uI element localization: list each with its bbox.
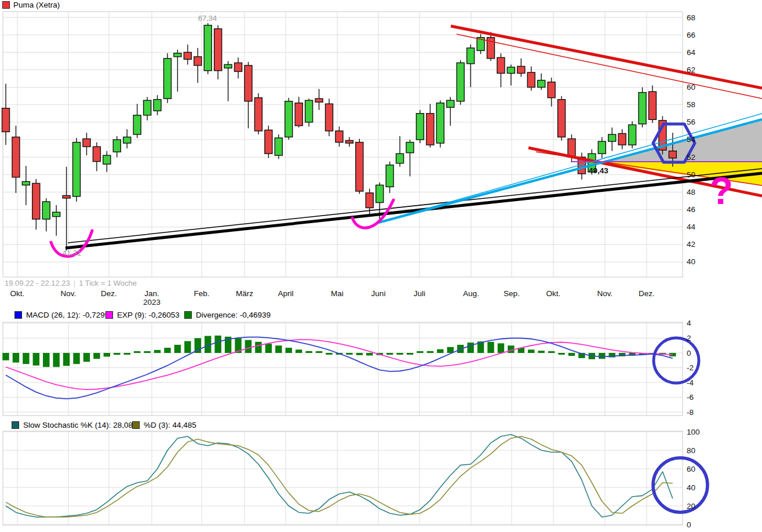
candle	[214, 29, 222, 71]
divergence-bar	[255, 342, 261, 353]
candle	[32, 183, 40, 219]
candle	[224, 64, 232, 68]
divergence-bar	[437, 349, 443, 353]
candle	[133, 115, 141, 134]
candle	[558, 100, 566, 137]
divergence-bar	[548, 351, 555, 353]
candle	[254, 98, 262, 131]
divergence-bar	[427, 351, 433, 353]
y-axis-label: 56	[687, 118, 695, 126]
candle	[235, 63, 242, 71]
candle	[639, 93, 646, 124]
month-label: Dez.	[101, 289, 117, 298]
candle	[83, 139, 90, 147]
macd-panel: -8-6-4-2024	[2, 319, 699, 416]
divergence-bar	[53, 353, 59, 367]
candle	[436, 103, 444, 143]
candle	[527, 72, 535, 88]
divergence-bar	[558, 353, 564, 355]
divergence-bar	[134, 351, 140, 353]
divergence-bar	[346, 353, 352, 355]
candle	[174, 53, 181, 57]
divergence-bar	[366, 353, 373, 355]
y-axis-label: 68	[687, 13, 695, 22]
candle	[245, 65, 252, 101]
question-mark: ?	[710, 169, 733, 212]
month-label: Okt.	[546, 289, 561, 298]
month-label: Aug.	[463, 289, 479, 298]
y-axis-label: -4	[687, 378, 694, 387]
y-axis-label: 48	[687, 188, 695, 196]
macd-legend-item: MACD (26, 12): -0,72992	[14, 311, 114, 319]
divergence-bar	[387, 353, 393, 355]
candles	[2, 23, 677, 250]
footer-info: 19.09.22 - 22.12.23|1 Tick = 1 Woche	[5, 279, 137, 287]
y-axis-label: 20	[687, 502, 695, 511]
y-axis-label: 60	[687, 83, 695, 92]
divergence-bar	[73, 353, 79, 364]
stoch-k-swatch-icon	[12, 421, 19, 429]
candle	[386, 165, 393, 187]
stoch-d-swatch-icon	[132, 421, 140, 429]
y-axis-label: 60	[687, 465, 695, 473]
y-axis-label: 54	[687, 135, 696, 144]
y-axis-label: -8	[687, 408, 694, 417]
candle	[154, 100, 161, 111]
candle	[194, 57, 202, 65]
candle	[53, 212, 60, 217]
divergence-bar	[2, 353, 9, 360]
year-label: 2023	[143, 298, 161, 307]
chart-header: Puma (Xetra)	[2, 1, 60, 9]
divergence-bar	[214, 336, 221, 353]
candle	[629, 125, 636, 145]
stoch-d-legend-label: %D (3): 44,485	[144, 421, 196, 429]
candle	[144, 100, 151, 115]
candle	[426, 114, 434, 145]
month-label: März	[236, 289, 253, 298]
divergence-legend-label: Divergence: -0,46939	[196, 311, 271, 319]
divergence-bar	[114, 353, 120, 355]
y-axis-label: 66	[687, 31, 695, 39]
candle	[345, 141, 353, 144]
candle	[336, 131, 343, 143]
divergence-bar	[417, 351, 423, 353]
support-label: 49,43	[589, 166, 608, 175]
divergence-bar	[245, 340, 251, 353]
candle	[608, 134, 616, 141]
divergence-bar	[13, 353, 19, 363]
month-label: Feb.	[194, 289, 209, 298]
y-axis-label: 58	[687, 100, 695, 109]
series-swatch-icon	[2, 1, 10, 9]
stoch-k-line	[6, 435, 673, 517]
divergence-bar	[407, 353, 413, 355]
y-axis-label: 46	[687, 205, 695, 214]
divergence-bar	[23, 353, 29, 364]
chart-title: Puma (Xetra)	[13, 1, 60, 9]
y-axis-label: 0	[687, 349, 691, 358]
divergence-bar	[599, 353, 605, 359]
candle	[275, 138, 282, 155]
month-label: Juli	[414, 289, 425, 298]
candle	[648, 92, 656, 119]
divergence-bar	[528, 349, 534, 353]
candle	[356, 143, 363, 191]
divergence-bar	[184, 341, 191, 353]
divergence-bar	[316, 351, 322, 353]
divergence-bar	[154, 350, 161, 353]
y-axis-label: 2	[687, 334, 691, 342]
divergence-bar	[326, 353, 332, 355]
candle	[325, 104, 333, 131]
footer-date-range: 19.09.22 - 22.12.23	[5, 279, 70, 287]
divergence-bar	[498, 343, 504, 353]
divergence-bar	[538, 351, 544, 353]
y-axis-label: 40	[687, 257, 695, 266]
candle	[22, 181, 30, 185]
month-label: Mai	[331, 289, 344, 298]
divergence-bar	[296, 349, 302, 353]
candle	[285, 101, 293, 137]
stochastic-legend: Slow Stochastic %K (14): 28,084 %D (3): …	[0, 421, 762, 429]
panel-frame	[3, 322, 683, 416]
candle	[669, 151, 676, 158]
macd-legend-label: MACD (26, 12): -0,72992	[26, 311, 114, 319]
candle	[315, 99, 323, 102]
